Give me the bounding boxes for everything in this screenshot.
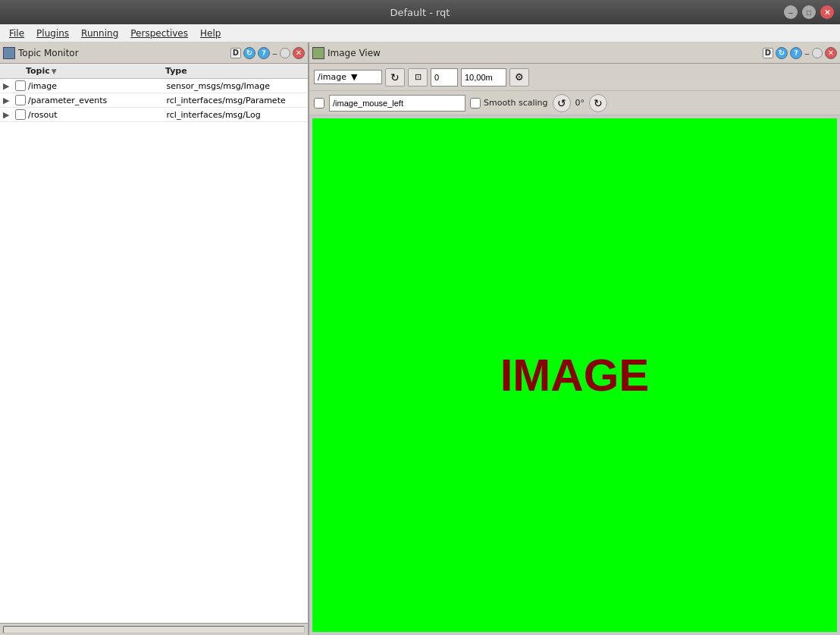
rotate-right-button[interactable]: ↻ xyxy=(589,94,607,112)
ctrl-close-button[interactable]: ✕ xyxy=(293,47,305,59)
green-image-display: IMAGE xyxy=(312,118,837,632)
menu-plugins[interactable]: Plugins xyxy=(30,27,75,40)
gear-icon: ⚙ xyxy=(515,71,524,83)
window-title: Default - rqt xyxy=(390,7,450,18)
topic-table-header: Topic ▼ Type xyxy=(0,64,308,79)
ctrl-help-button[interactable]: ? xyxy=(258,47,270,59)
dropdown-arrow-icon: ▼ xyxy=(351,72,357,82)
row3-topic: /rosout xyxy=(28,110,167,120)
image-refresh-button[interactable]: ↻ xyxy=(385,68,405,86)
table-row: ▶ /image sensor_msgs/msg/Image xyxy=(0,79,308,93)
maximize-button[interactable]: □ xyxy=(802,5,816,19)
fit-icon: ⊡ xyxy=(415,72,422,82)
row3-expand[interactable]: ▶ xyxy=(3,110,15,120)
image-fit-button[interactable]: ⊡ xyxy=(408,68,428,86)
smooth-scaling-checkbox[interactable] xyxy=(470,98,481,108)
image-toolbar: /image ▼ ↻ ⊡ ⚙ xyxy=(309,64,840,91)
minimize-button[interactable]: – xyxy=(784,5,798,19)
row1-topic: /image xyxy=(28,81,167,91)
row1-type: sensor_msgs/msg/Image xyxy=(167,81,306,91)
type-col-header[interactable]: Type xyxy=(165,66,305,76)
row2-type: rcl_interfaces/msg/Paramete xyxy=(167,96,306,105)
image-toolbar2: Smooth scaling ↺ 0° ↻ xyxy=(309,91,840,115)
menu-bar: File Plugins Running Perspectives Help xyxy=(0,24,840,42)
image-panel-controls: D ↻ ? – ✕ xyxy=(763,47,837,59)
row3-checkbox[interactable] xyxy=(15,109,26,120)
topic-monitor-icon xyxy=(3,47,15,59)
right-panel: Image View D ↻ ? – ✕ /image ▼ ↻ xyxy=(309,42,840,635)
img-ctrl-circle-button[interactable] xyxy=(812,48,823,58)
table-row: ▶ /parameter_events rcl_interfaces/msg/P… xyxy=(0,93,308,108)
rotate-right-icon: ↻ xyxy=(594,97,603,109)
topic-monitor-title: Topic Monitor xyxy=(18,48,227,58)
table-row: ▶ /rosout rcl_interfaces/msg/Log xyxy=(0,108,308,122)
image-placeholder-text: IMAGE xyxy=(500,349,650,401)
window-controls: – □ ✕ xyxy=(784,5,834,19)
ctrl-dash-button[interactable]: – xyxy=(272,47,277,59)
image-canvas: IMAGE xyxy=(312,118,837,632)
image-view-title-bar: Image View D ↻ ? – ✕ xyxy=(309,42,840,64)
img-ctrl-close-button[interactable]: ✕ xyxy=(825,47,837,59)
image-topic-select[interactable]: /image ▼ xyxy=(314,70,382,84)
image-topic-value: /image xyxy=(318,72,346,82)
title-bar: Default - rqt – □ ✕ xyxy=(0,0,840,24)
main-area: Topic Monitor D ↻ ? – ✕ Topic ▼ xyxy=(0,42,840,635)
smooth-scaling-label[interactable]: Smooth scaling xyxy=(470,98,548,108)
close-button[interactable]: ✕ xyxy=(820,5,834,19)
img-ctrl-help-button[interactable]: ? xyxy=(790,47,802,59)
left-panel: Topic Monitor D ↻ ? – ✕ Topic ▼ xyxy=(0,42,309,635)
angle-display: 0° xyxy=(575,98,585,108)
refresh-icon: ↻ xyxy=(390,71,400,83)
mouse-topic-input[interactable] xyxy=(329,95,465,112)
topic-col-header[interactable]: Topic ▼ xyxy=(26,66,165,76)
image-view-title: Image View xyxy=(328,48,760,58)
ctrl-d-button[interactable]: D xyxy=(230,48,241,58)
image-view-icon xyxy=(312,47,324,59)
topic-col-arrow: ▼ xyxy=(52,68,57,75)
smooth-scaling-text: Smooth scaling xyxy=(484,98,548,108)
topic-monitor-title-bar: Topic Monitor D ↻ ? – ✕ xyxy=(0,42,308,64)
panel-controls: D ↻ ? – ✕ xyxy=(230,47,305,59)
scrollbar-track[interactable] xyxy=(3,626,305,633)
mouse-checkbox[interactable] xyxy=(314,98,324,108)
image-settings-button[interactable]: ⚙ xyxy=(509,68,529,86)
image-number-input[interactable] xyxy=(431,68,458,86)
ctrl-circle-button[interactable] xyxy=(280,48,290,58)
image-interval-input[interactable] xyxy=(461,68,506,86)
menu-help[interactable]: Help xyxy=(194,27,227,40)
topic-table: Topic ▼ Type ▶ /image sensor_msgs/msg/Im… xyxy=(0,64,308,623)
ctrl-refresh-button[interactable]: ↻ xyxy=(243,47,255,59)
img-ctrl-d-button[interactable]: D xyxy=(763,48,773,58)
row1-checkbox[interactable] xyxy=(15,80,26,91)
menu-file[interactable]: File xyxy=(3,27,30,40)
rotate-left-icon: ↺ xyxy=(557,97,566,109)
row1-expand[interactable]: ▶ xyxy=(3,81,15,91)
row2-topic: /parameter_events xyxy=(28,96,167,105)
row3-type: rcl_interfaces/msg/Log xyxy=(167,110,306,120)
img-ctrl-refresh-button[interactable]: ↻ xyxy=(776,47,788,59)
row2-expand[interactable]: ▶ xyxy=(3,96,15,105)
menu-running[interactable]: Running xyxy=(75,27,124,40)
menu-perspectives[interactable]: Perspectives xyxy=(124,27,194,40)
row2-checkbox[interactable] xyxy=(15,95,26,105)
img-ctrl-dash-button[interactable]: – xyxy=(804,47,810,59)
horizontal-scrollbar[interactable] xyxy=(0,623,308,635)
rotate-left-button[interactable]: ↺ xyxy=(553,94,571,112)
